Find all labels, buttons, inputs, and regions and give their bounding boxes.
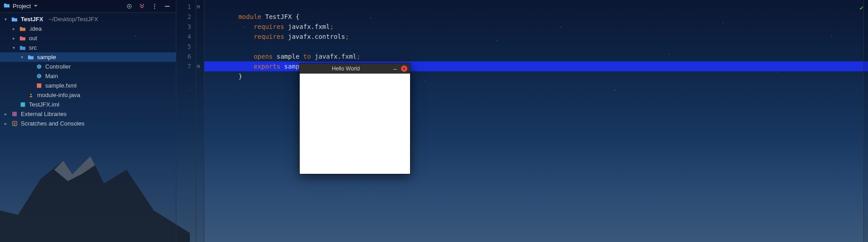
app-window-content[interactable] (300, 74, 410, 174)
svg-rect-11 (20, 102, 25, 107)
tree-item-label: src (29, 44, 37, 51)
scratches-icon (11, 121, 18, 126)
tree-root-label: TestJFX (21, 16, 43, 23)
tree-item-src[interactable]: ▾ src (0, 43, 176, 52)
tree-item-main[interactable]: C Main (0, 71, 176, 81)
tree-item-label: Scratches and Consoles (21, 120, 85, 127)
svg-text:C: C (38, 65, 40, 69)
locate-target-icon[interactable] (124, 1, 134, 11)
tree-root-path: ~/Desktop/TestJFX (49, 16, 98, 23)
tree-item-moduleinfo[interactable]: module-info.java (0, 90, 176, 100)
tree-item-label: .idea (29, 25, 42, 32)
tree-item-label: External Libraries (21, 111, 66, 117)
svg-rect-10 (37, 84, 41, 88)
package-folder-icon (27, 54, 34, 60)
svg-rect-14 (15, 112, 16, 116)
project-tree[interactable]: ▾ TestJFX ~/Desktop/TestJFX ▸ .idea ▸ (0, 13, 176, 242)
class-icon: C (35, 64, 42, 70)
tree-item-label: out (29, 35, 37, 42)
folder-icon (19, 26, 26, 32)
arrow-right-icon[interactable]: ▸ (11, 36, 16, 41)
tree-item-iml[interactable]: TestJFX.iml (0, 100, 176, 109)
svg-text:C: C (38, 74, 40, 78)
project-panel-header: Project (0, 0, 176, 13)
hide-panel-icon[interactable] (162, 1, 172, 11)
kebab-menu-icon[interactable] (150, 1, 160, 11)
editor-gutter: 1 2 3 4 5 6 7 (176, 0, 196, 242)
tree-item-label: TestJFX.iml (29, 101, 59, 108)
svg-rect-5 (165, 6, 170, 7)
javafx-app-window[interactable]: Hello World – (299, 63, 410, 174)
tree-item-idea[interactable]: ▸ .idea (0, 24, 176, 33)
project-tool-window: Project ▾ TestJ (0, 0, 176, 242)
tree-item-sample[interactable]: ▾ sample (0, 52, 176, 62)
app-window-titlebar[interactable]: Hello World – (300, 64, 410, 74)
line-number: 7 (176, 61, 191, 71)
window-close-button[interactable] (401, 65, 407, 72)
arrow-right-icon[interactable]: ▸ (11, 26, 16, 31)
tree-root[interactable]: ▾ TestJFX ~/Desktop/TestJFX (0, 14, 176, 24)
source-folder-icon (19, 45, 26, 51)
iml-file-icon (19, 102, 26, 107)
svg-rect-13 (14, 112, 14, 116)
svg-point-2 (154, 4, 155, 5)
app-window-title: Hello World (302, 65, 389, 72)
tree-item-label: sample (37, 54, 56, 60)
line-number: 2 (176, 12, 191, 22)
fold-close-icon[interactable]: ⊟ (197, 61, 200, 71)
project-folder-icon (4, 2, 10, 10)
tree-item-label: Controller (45, 63, 71, 70)
line-number: 5 (176, 42, 191, 51)
arrow-down-icon[interactable]: ▾ (19, 55, 24, 60)
arrow-down-icon[interactable]: ▾ (3, 17, 8, 22)
tree-item-external-libraries[interactable]: ▸ External Libraries (0, 109, 176, 119)
collapse-all-icon[interactable] (137, 1, 147, 11)
line-number: 6 (176, 51, 191, 61)
arrow-right-icon[interactable]: ▸ (3, 112, 8, 116)
line-number: 1 (176, 2, 191, 12)
window-minimize-button[interactable]: – (392, 65, 398, 72)
project-panel-title[interactable]: Project (13, 3, 31, 9)
code-editor[interactable]: 1 2 3 4 5 6 7 ⊟ ⊟ module TestJFX { requi… (176, 0, 868, 242)
fold-open-icon[interactable]: ⊟ (197, 2, 200, 12)
tree-item-samplefxml[interactable]: sample.fxml (0, 81, 176, 90)
line-number: 3 (176, 22, 191, 32)
folder-excluded-icon (19, 35, 26, 42)
arrow-down-icon[interactable]: ▾ (11, 45, 16, 50)
tree-item-label: module-info.java (37, 92, 80, 98)
fold-column: ⊟ ⊟ (196, 0, 204, 242)
library-icon (11, 111, 18, 117)
class-icon: C (35, 73, 42, 79)
tree-item-controller[interactable]: C Controller (0, 62, 176, 71)
inspection-ok-icon[interactable]: ✔ (860, 3, 863, 13)
svg-rect-12 (12, 112, 13, 116)
chevron-down-icon[interactable] (33, 3, 38, 9)
project-module-folder-icon (11, 16, 18, 23)
java-file-icon (27, 92, 34, 98)
tree-item-label: Main (45, 73, 58, 79)
svg-point-1 (129, 5, 130, 7)
tree-item-label: sample.fxml (45, 82, 76, 89)
fxml-file-icon (35, 83, 42, 88)
tree-item-scratches[interactable]: ▸ Scratches and Consoles (0, 119, 176, 128)
line-number: 4 (176, 32, 191, 42)
arrow-right-icon[interactable]: ▸ (3, 121, 8, 126)
svg-point-3 (154, 5, 155, 6)
svg-point-4 (154, 8, 155, 9)
tree-item-out[interactable]: ▸ out (0, 33, 176, 43)
